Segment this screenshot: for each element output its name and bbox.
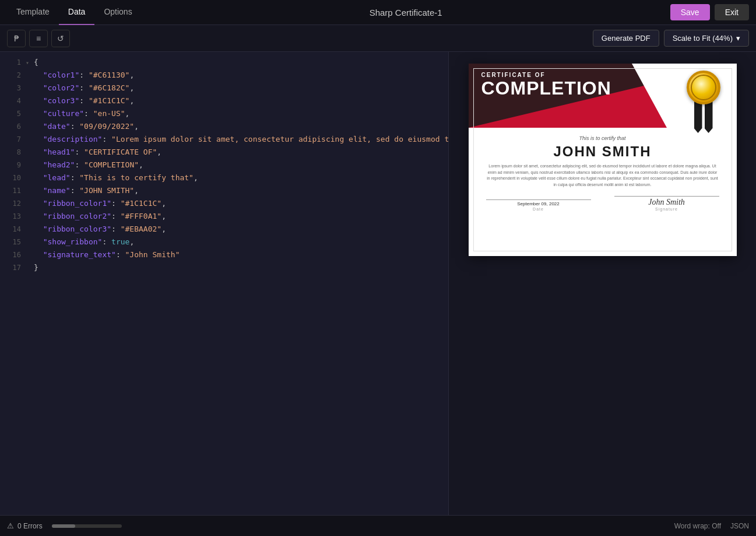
code-line: 10 "lead": "This is to certify that", — [0, 172, 448, 185]
top-nav: Template Data Options Sharp Certificate-… — [0, 0, 756, 25]
cert-medal — [687, 71, 720, 133]
language-status[interactable]: JSON — [730, 522, 749, 530]
code-line: 4 "color3": "#1C1C1C", — [0, 95, 448, 108]
code-line: 14 "ribbon_color3": "#EBAA02", — [0, 223, 448, 236]
editor-panel: 1 ▾ { 2 "color1": "#C61130", 3 "color2":… — [0, 52, 449, 515]
code-line: 7 "description": "Lorem ipsum dolor sit … — [0, 134, 448, 146]
code-line: 2 "color1": "#C61130", — [0, 69, 448, 82]
cert-date-label: Date — [533, 207, 544, 211]
cert-signature-label: Signature — [655, 207, 678, 211]
format-icon[interactable]: ₱ — [7, 30, 26, 47]
code-line: 17 } — [0, 262, 448, 275]
ribbon-left — [694, 101, 702, 133]
refresh-icon[interactable]: ↺ — [51, 30, 70, 47]
align-icon[interactable]: ≡ — [29, 30, 48, 47]
code-line: 15 "show_ribbon": true, — [0, 236, 448, 249]
chevron-down-icon: ▾ — [736, 34, 740, 43]
status-bar: ⚠ 0 Errors Word wrap: Off JSON — [0, 515, 756, 536]
medal-circle — [687, 71, 720, 104]
scale-dropdown[interactable]: Scale to Fit (44%) ▾ — [664, 30, 749, 47]
code-line: 6 "date": "09/09/2022", — [0, 121, 448, 134]
cert-signature-value: John Smith — [648, 198, 685, 207]
code-line: 11 "name": "JOHN SMITH", — [0, 185, 448, 198]
cert-signature-block: John Smith Signature — [614, 196, 719, 211]
error-count: ⚠ 0 Errors — [7, 521, 43, 530]
ribbon-right — [705, 101, 713, 133]
cert-footer: September 09, 2022 Date John Smith Signa… — [486, 196, 719, 211]
exit-button[interactable]: Exit — [715, 4, 749, 20]
nav-actions: Save Exit — [670, 4, 749, 20]
code-line: 9 "head2": "COMPLETION", — [0, 159, 448, 172]
scrollbar-thumb[interactable] — [52, 524, 75, 528]
cert-date-value: September 09, 2022 — [517, 201, 560, 206]
medal-ribbon — [694, 101, 713, 133]
preview-panel: CERTIFICATE OF COMPLETION This is to cer… — [449, 52, 756, 515]
cert-lead: This is to certify that — [579, 135, 625, 141]
code-editor[interactable]: 1 ▾ { 2 "color1": "#C61130", 3 "color2":… — [0, 52, 448, 515]
page-title: Sharp Certificate-1 — [142, 8, 670, 17]
code-line: 12 "ribbon_color1": "#1C1C1C", — [0, 198, 448, 211]
generate-pdf-button[interactable]: Generate PDF — [593, 30, 659, 47]
cert-head2: COMPLETION — [481, 78, 611, 99]
code-line: 16 "signature_text": "John Smith" — [0, 249, 448, 262]
cert-header: CERTIFICATE OF COMPLETION — [481, 72, 611, 99]
toolbar: ₱ ≡ ↺ Generate PDF Scale to Fit (44%) ▾ — [0, 25, 756, 52]
cert-name: JOHN SMITH — [553, 143, 651, 160]
warning-icon: ⚠ — [7, 521, 14, 530]
code-line: 5 "culture": "en-US", — [0, 108, 448, 121]
code-line: 13 "ribbon_color2": "#FFF0A1", — [0, 211, 448, 223]
tab-data[interactable]: Data — [59, 0, 95, 25]
code-line: 1 ▾ { — [0, 57, 448, 69]
scrollbar-track[interactable] — [52, 524, 122, 528]
scrollbar-area[interactable] — [52, 524, 665, 528]
certificate-preview: CERTIFICATE OF COMPLETION This is to cer… — [469, 64, 737, 256]
main-content: 1 ▾ { 2 "color1": "#C61130", 3 "color2":… — [0, 52, 756, 515]
cert-body: This is to certify that JOHN SMITH Lorem… — [469, 131, 737, 256]
cert-description: Lorem ipsum dolor sit amet, consectetur … — [486, 163, 719, 188]
save-button[interactable]: Save — [670, 4, 710, 20]
tab-options[interactable]: Options — [94, 0, 141, 25]
code-line: 3 "color2": "#6C182C", — [0, 82, 448, 95]
cert-date-block: September 09, 2022 Date — [486, 199, 591, 211]
medal-inner — [691, 75, 716, 100]
code-line: 8 "head1": "CERTIFICATE OF", — [0, 146, 448, 159]
word-wrap-status[interactable]: Word wrap: Off — [674, 522, 721, 530]
tab-template[interactable]: Template — [7, 0, 59, 25]
